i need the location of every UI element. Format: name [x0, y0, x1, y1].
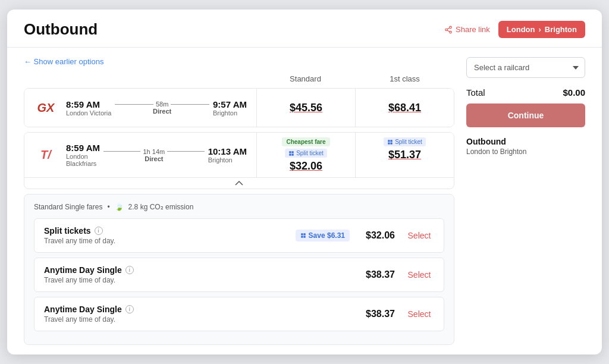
fare-name-text-3: Anytime Day Single: [44, 305, 122, 314]
arrive-station-2: Brighton: [208, 156, 247, 164]
select-button-1[interactable]: Select: [404, 231, 434, 240]
duration-block: 58m Direct: [115, 101, 209, 115]
expanded-first-price-cell[interactable]: Split ticket $51.37: [355, 133, 454, 177]
left-panel: ← Show earlier options Standard 1st clas…: [24, 57, 454, 345]
outbound-route: London to Brighton: [466, 148, 585, 156]
info-icon-3[interactable]: i: [125, 305, 134, 313]
total-row: Total $0.00: [466, 87, 585, 98]
outbound-label: Outbound: [466, 137, 585, 146]
trains-header-cols: Standard 1st class: [256, 74, 454, 88]
standard-col-label: Standard: [256, 74, 355, 88]
continue-button[interactable]: Continue: [466, 103, 585, 127]
arrive-time: 9:57 AM: [213, 99, 247, 109]
trains-header: Standard 1st class: [24, 74, 454, 88]
duration-block-2: 1h 14m Direct: [103, 148, 205, 162]
select-button-3[interactable]: Select: [404, 309, 434, 319]
depart-block: 8:59 AM London Victoria: [66, 99, 111, 117]
fare-desc-3: Travel any time of day.: [44, 315, 359, 324]
info-icon-2[interactable]: i: [125, 266, 134, 274]
price-cols: $45.56 $68.41: [256, 89, 454, 127]
outbound-to-label: to: [492, 148, 500, 156]
share-link-label: Share link: [456, 25, 490, 34]
train-logo-thameslink: T/: [34, 145, 58, 166]
select-button-2[interactable]: Select: [404, 270, 434, 280]
svg-rect-11: [388, 142, 390, 144]
fare-item-right-1: Save $6.31 $32.06 Select: [296, 230, 434, 241]
expanded-first-price: $51.37: [388, 149, 421, 161]
arrive-block: 9:57 AM Brighton: [213, 99, 247, 117]
train-times-2: 8:59 AM LondonBlackfriars 1h 14m Direct: [66, 143, 247, 167]
svg-point-1: [445, 29, 448, 31]
fare-item-left-2: Anytime Day Single i Travel any time of …: [44, 265, 359, 284]
fare-price-2: $38.37: [359, 269, 395, 280]
outbound-from: London: [466, 148, 490, 156]
route-from: London: [507, 25, 535, 34]
depart-time: 8:59 AM: [66, 99, 111, 109]
fare-item-left-3: Anytime Day Single i Travel any time of …: [44, 305, 359, 324]
total-label: Total: [466, 87, 485, 98]
expanded-standard-price: $32.06: [290, 160, 322, 172]
direct-text-2: Direct: [145, 155, 163, 162]
train-info: GX 8:59 AM London Victoria 58m: [24, 89, 256, 127]
main-window: Outbound Share link London › Brighton ← …: [7, 10, 602, 354]
fare-desc-1: Travel any time of day.: [44, 237, 296, 245]
first-price-cell[interactable]: $68.41: [355, 89, 454, 127]
outbound-to: Brighton: [500, 148, 527, 156]
direct-text: Direct: [153, 108, 171, 115]
show-earlier-button[interactable]: ← Show earlier options: [24, 57, 103, 66]
svg-rect-16: [303, 236, 305, 237]
depart-station-2: LondonBlackfriars: [66, 153, 100, 167]
expanded-price-cols: Cheapest fare Split ticket $32.06 Split …: [256, 133, 454, 177]
route-badge: London › Brighton: [498, 21, 585, 38]
expanded-train-row: T/ 8:59 AM LondonBlackfriars 1h 14m: [24, 132, 454, 189]
fare-item-anytime-2: Anytime Day Single i Travel any time of …: [34, 297, 444, 331]
depart-block-2: 8:59 AM LondonBlackfriars: [66, 143, 100, 167]
fare-price-1: $32.06: [359, 230, 395, 241]
split-icon-2: [387, 139, 393, 145]
fare-name-3: Anytime Day Single i: [44, 305, 359, 314]
split-ticket-badge-standard: Split ticket: [285, 149, 327, 158]
total-amount: $0.00: [563, 87, 585, 98]
expanded-standard-price-cell[interactable]: Cheapest fare Split ticket $32.06: [256, 133, 355, 177]
fare-section-title: Standard Single fares: [34, 203, 102, 211]
fare-item-left-1: Split tickets i Travel any time of day.: [44, 226, 296, 245]
info-icon-1[interactable]: i: [95, 227, 103, 235]
duration-text-2: 1h 14m: [143, 148, 165, 155]
train-times: 8:59 AM London Victoria 58m Direct: [66, 99, 247, 117]
duration-text: 58m: [156, 101, 168, 108]
svg-line-4: [447, 27, 450, 29]
fare-section-header: Standard Single fares • 🍃 2.8 kg CO₂ emi…: [34, 203, 444, 211]
svg-rect-12: [391, 142, 393, 144]
railcard-select[interactable]: Select a railcard: [466, 57, 585, 78]
save-badge-1: Save $6.31: [296, 230, 350, 241]
top-bar-right: Share link London › Brighton: [444, 21, 585, 38]
svg-rect-8: [292, 153, 294, 155]
arrive-station: Brighton: [213, 109, 247, 117]
svg-point-2: [450, 31, 452, 33]
route-arrow: ›: [539, 25, 541, 34]
svg-line-3: [447, 30, 450, 31]
svg-rect-5: [289, 151, 291, 153]
fare-item-split-tickets: Split tickets i Travel any time of day. …: [34, 218, 444, 253]
chevron-up-icon: [235, 180, 243, 186]
cheapest-fare-badge: Cheapest fare: [282, 137, 329, 146]
standard-price-cell[interactable]: $45.56: [256, 89, 355, 127]
arrive-time-2: 10:13 AM: [208, 146, 247, 156]
train-row: GX 8:59 AM London Victoria 58m: [24, 88, 454, 127]
svg-rect-7: [289, 153, 291, 155]
fare-item-anytime-1: Anytime Day Single i Travel any time of …: [34, 258, 444, 292]
emission-text: 2.8 kg CO₂ emission: [128, 203, 194, 211]
arrive-block-2: 10:13 AM Brighton: [208, 146, 247, 164]
share-icon: [444, 26, 453, 34]
share-link-button[interactable]: Share link: [444, 25, 490, 34]
route-to: Brighton: [545, 25, 577, 34]
split-ticket-badge-first: Split ticket: [384, 137, 426, 146]
save-label-1: Save $6.31: [309, 231, 345, 240]
eco-icon: 🍃: [115, 203, 124, 211]
fare-section: Standard Single fares • 🍃 2.8 kg CO₂ emi…: [24, 194, 454, 345]
fare-bullet: •: [107, 203, 109, 211]
outbound-section: Outbound London to Brighton: [466, 137, 585, 156]
svg-point-0: [450, 26, 452, 29]
fare-item-right-3: $38.37 Select: [359, 309, 434, 319]
collapse-button[interactable]: [24, 177, 454, 189]
